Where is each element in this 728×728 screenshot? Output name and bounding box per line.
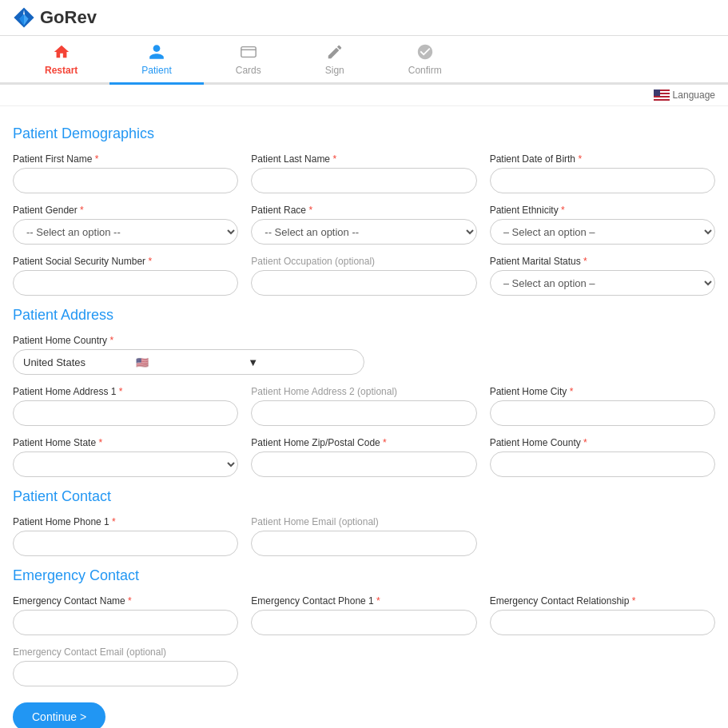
nav-confirm-label: Confirm [408, 65, 442, 76]
demographics-row-3: Patient Social Security Number * Patient… [13, 256, 715, 296]
address2-input[interactable] [251, 400, 476, 426]
demographics-title: Patient Demographics [13, 125, 715, 142]
header: GoRev [0, 0, 728, 36]
address-row-2: Patient Home State * Patient Home Zip/Po… [13, 437, 715, 477]
country-dropdown-icon: ▼ [248, 356, 354, 368]
race-label: Patient Race * [251, 205, 476, 216]
marital-select[interactable]: – Select an option – Single Married Divo… [490, 270, 715, 296]
email-input[interactable] [251, 531, 476, 556]
ec-email-input[interactable] [13, 661, 238, 686]
svg-rect-10 [654, 90, 660, 96]
address2-group: Patient Home Address 2 (optional) [251, 386, 476, 426]
nav-sign-label: Sign [325, 65, 344, 76]
occupation-label: Patient Occupation (optional) [251, 256, 476, 267]
contact-row-1: Patient Home Phone 1 * Patient Home Emai… [13, 516, 715, 556]
race-select[interactable]: -- Select an option -- White Black or Af… [251, 219, 476, 245]
language-label[interactable]: Language [673, 90, 715, 101]
county-input[interactable] [490, 452, 715, 477]
address-row-1: Patient Home Address 1 * Patient Home Ad… [13, 386, 715, 426]
last-name-input[interactable] [251, 168, 476, 193]
nav-restart[interactable]: Restart [13, 36, 109, 82]
ethnicity-label: Patient Ethnicity * [490, 205, 715, 216]
address1-input[interactable] [13, 400, 238, 426]
marital-label: Patient Marital Status * [490, 256, 715, 267]
ssn-label: Patient Social Security Number * [13, 256, 238, 267]
demographics-row-1: Patient First Name * Patient Last Name *… [13, 153, 715, 193]
country-select-wrapper[interactable]: United States 🇺🇸 ▼ [13, 349, 364, 375]
us-flag-icon: 🇺🇸 [136, 356, 242, 368]
city-label: Patient Home City * [490, 386, 715, 397]
race-group: Patient Race * -- Select an option -- Wh… [251, 205, 476, 245]
country-group: Patient Home Country * United States 🇺🇸 … [13, 335, 364, 375]
continue-button[interactable]: Continue > [13, 702, 105, 728]
ec-email-group: Emergency Contact Email (optional) [13, 646, 238, 686]
gender-group: Patient Gender * -- Select an option -- … [13, 205, 238, 245]
svg-rect-4 [241, 47, 256, 58]
country-value: United States [23, 356, 129, 368]
marital-group: Patient Marital Status * – Select an opt… [490, 256, 715, 296]
ssn-group: Patient Social Security Number * [13, 256, 238, 296]
ec-name-label: Emergency Contact Name * [13, 595, 238, 607]
gender-label: Patient Gender * [13, 205, 238, 216]
last-name-group: Patient Last Name * [251, 153, 476, 193]
occupation-input[interactable] [251, 270, 476, 296]
zip-input[interactable] [251, 452, 476, 477]
nav-cards[interactable]: Cards [204, 36, 293, 82]
ec-relationship-input[interactable] [490, 610, 715, 635]
ethnicity-select[interactable]: – Select an option – Hispanic or Latino … [490, 219, 715, 245]
logo-icon [13, 6, 35, 29]
ssn-input[interactable] [13, 270, 238, 296]
city-input[interactable] [490, 400, 715, 426]
city-group: Patient Home City * [490, 386, 715, 426]
nav-patient[interactable]: Patient [109, 36, 203, 85]
main-content: Patient Demographics Patient First Name … [0, 106, 728, 728]
dob-group: Patient Date of Birth * [490, 153, 715, 193]
nav-sign[interactable]: Sign [293, 36, 376, 82]
country-label: Patient Home Country * [13, 335, 364, 346]
email-group: Patient Home Email (optional) [251, 516, 476, 556]
last-name-label: Patient Last Name * [251, 153, 476, 165]
ec-relationship-label: Emergency Contact Relationship * [490, 595, 715, 607]
first-name-input[interactable] [13, 168, 238, 193]
dob-label: Patient Date of Birth * [490, 153, 715, 165]
phone-label: Patient Home Phone 1 * [13, 516, 238, 527]
contact-spacer [490, 516, 715, 556]
nav-confirm[interactable]: Confirm [376, 36, 474, 82]
ec-email-label: Emergency Contact Email (optional) [13, 646, 238, 658]
email-label: Patient Home Email (optional) [251, 516, 476, 527]
svg-rect-8 [654, 96, 670, 97]
emergency-title: Emergency Contact [13, 567, 715, 584]
address-row-country: Patient Home Country * United States 🇺🇸 … [13, 335, 715, 375]
zip-group: Patient Home Zip/Postal Code * [251, 437, 476, 477]
logo-text: GoRev [40, 7, 97, 28]
contact-title: Patient Contact [13, 488, 715, 505]
gender-select[interactable]: -- Select an option -- Male Female Other… [13, 219, 238, 245]
person-icon [147, 42, 166, 62]
demographics-row-2: Patient Gender * -- Select an option -- … [13, 205, 715, 245]
zip-label: Patient Home Zip/Postal Code * [251, 437, 476, 448]
phone-input[interactable] [13, 531, 238, 556]
logo: GoRev [13, 6, 97, 29]
state-group: Patient Home State * [13, 437, 238, 477]
first-name-group: Patient First Name * [13, 153, 238, 193]
nav-cards-label: Cards [236, 65, 261, 76]
county-label: Patient Home County * [490, 437, 715, 448]
occupation-group: Patient Occupation (optional) [251, 256, 476, 296]
address2-label: Patient Home Address 2 (optional) [251, 386, 476, 397]
language-bar: Language [0, 85, 728, 106]
address1-group: Patient Home Address 1 * [13, 386, 238, 426]
dob-input[interactable] [490, 168, 715, 193]
county-group: Patient Home County * [490, 437, 715, 477]
language-icon [654, 90, 670, 101]
emergency-row-2: Emergency Contact Email (optional) [13, 646, 715, 686]
ec-phone-group: Emergency Contact Phone 1 * [251, 595, 476, 635]
address-title: Patient Address [13, 307, 715, 324]
ec-name-input[interactable] [13, 610, 238, 635]
phone-group: Patient Home Phone 1 * [13, 516, 238, 556]
state-select[interactable] [13, 452, 238, 477]
ec-name-group: Emergency Contact Name * [13, 595, 238, 635]
ec-spacer1 [251, 646, 476, 686]
card-icon [239, 42, 258, 62]
ec-phone-input[interactable] [251, 610, 476, 635]
nav-patient-label: Patient [141, 65, 171, 76]
